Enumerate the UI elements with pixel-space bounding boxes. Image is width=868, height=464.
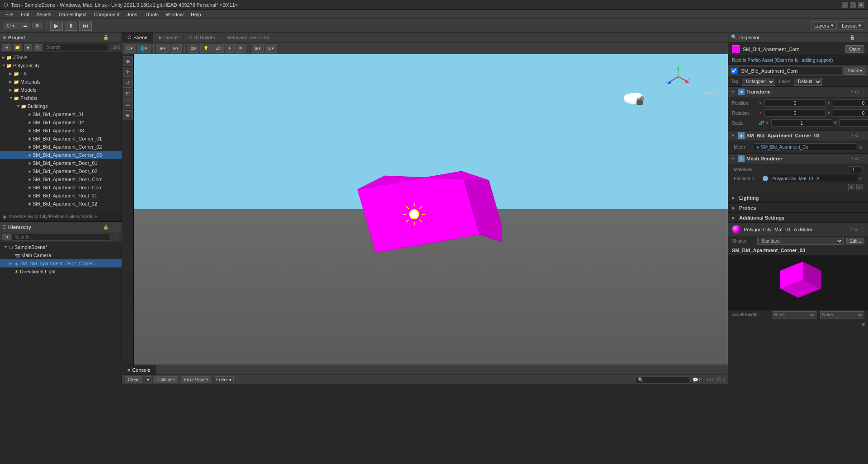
pos-y-input[interactable] xyxy=(833,99,868,107)
material-add-btn[interactable]: + xyxy=(848,184,854,190)
project-folder-btn[interactable]: 📁 xyxy=(13,44,22,51)
materials-count-input[interactable] xyxy=(849,166,863,173)
mesh-filter-help-btn[interactable]: ? xyxy=(850,133,853,138)
scene-audio-btn[interactable]: 🔊 xyxy=(212,44,224,53)
hier-item-samplescene[interactable]: ▼ ⬡ SampleScene* xyxy=(0,243,122,251)
project-favorite-btn[interactable]: ★ xyxy=(24,44,32,51)
close-button[interactable]: ✕ xyxy=(858,2,864,8)
tab-console[interactable]: ≡ Console xyxy=(122,365,156,375)
scene-pivot-btn[interactable]: ⊙▾ xyxy=(170,44,182,53)
scene-light-btn[interactable]: 💡 xyxy=(200,44,212,53)
tab-scene[interactable]: ⬡ Scene xyxy=(122,33,153,42)
mesh-renderer-more-btn[interactable]: ⋮ xyxy=(861,156,865,161)
maximize-button[interactable]: □ xyxy=(850,2,856,8)
transform-more-btn[interactable]: ⋮ xyxy=(861,89,865,94)
scene-hidden-btn[interactable]: 👁 xyxy=(236,44,246,53)
mesh-renderer-help-btn[interactable]: ? xyxy=(850,156,853,161)
tree-item-corner01[interactable]: ◈ SM_Bld_Apartment_Corner_01 xyxy=(0,135,122,143)
menu-file[interactable]: File xyxy=(2,10,17,19)
mat-settings-btn[interactable]: ⚙ xyxy=(854,227,858,232)
material-remove-btn[interactable]: − xyxy=(856,184,863,190)
toolbar-settings-btn[interactable]: ⚙ xyxy=(32,22,42,29)
tab-ui-builder[interactable]: □ UI Builder xyxy=(184,33,221,42)
static-dropdown-btn[interactable]: Static ▾ xyxy=(844,67,865,75)
project-lock-btn[interactable]: 🔒 xyxy=(102,34,110,40)
layer-select[interactable]: Default xyxy=(794,78,822,86)
hier-item-maincamera[interactable]: 📷 Main Camera xyxy=(0,251,122,259)
tree-item-buildings[interactable]: ▼ 📁 Buildings xyxy=(0,102,122,110)
tree-item-prefabs[interactable]: ▼ 📁 Prefabs xyxy=(0,94,122,102)
layout-dropdown[interactable]: Layout ▾ xyxy=(839,21,864,30)
inspector-more-btn[interactable]: ⋮ xyxy=(858,34,865,40)
mat-more-btn[interactable]: ⋮ xyxy=(860,227,864,232)
scene-fx-btn[interactable]: ✦ xyxy=(225,44,235,53)
inspector-lock-btn[interactable]: 🔒 xyxy=(848,34,856,40)
mesh-select-btn[interactable]: ⊙ xyxy=(859,145,863,150)
console-error-pause-btn[interactable]: Error Pause xyxy=(181,376,211,383)
shader-select[interactable]: Standard xyxy=(757,237,844,245)
project-add-btn[interactable]: +▾ xyxy=(2,44,11,51)
tag-select[interactable]: Untagged xyxy=(742,78,775,86)
scale-x-input[interactable] xyxy=(771,119,832,127)
step-button[interactable]: ⏭ xyxy=(79,21,92,31)
tree-item-doorcom2[interactable]: ◈ SM_Bld_Apartment_Door_Com xyxy=(0,183,122,192)
probes-collapsible[interactable]: ▶ Probes xyxy=(728,203,868,213)
tree-item-materials[interactable]: ▶ 📁 Materials xyxy=(0,78,122,86)
transform-header[interactable]: ▼ ⊕ Transform ? ⚙ ⋮ xyxy=(728,87,868,97)
mesh-filter-settings-btn[interactable]: ⚙ xyxy=(855,133,859,138)
console-clear-btn[interactable]: Clear xyxy=(125,376,142,383)
tree-item-apt01[interactable]: ◈ SM_Bld_Apartment_01 xyxy=(0,110,122,118)
scene-transform-btn[interactable]: ⊕▾ xyxy=(156,44,169,53)
scene-shading-btn[interactable]: ⬡▾ xyxy=(124,44,136,53)
play-button[interactable]: ▶ xyxy=(50,21,63,31)
tree-item-door01[interactable]: ◈ SM_Bld_Apartment_Door_01 xyxy=(0,159,122,167)
scene-viewport[interactable]: ◉ ✛ ↺ ⊡ ▭ ⊕ xyxy=(122,54,728,365)
hierarchy-more-btn[interactable]: ⋮ xyxy=(112,224,119,230)
ab-select-left[interactable]: None xyxy=(772,311,816,319)
tree-item-corner02[interactable]: ◈ SM_Bld_Apartment_Corner_02 xyxy=(0,143,122,151)
ab-select-right[interactable]: None xyxy=(820,311,865,319)
menu-jtools[interactable]: JTools xyxy=(141,10,162,19)
object-color-preview[interactable] xyxy=(732,45,740,53)
tree-item-roof01[interactable]: ◈ SM_Bld_Apartment_Roof_01 xyxy=(0,192,122,200)
scene-camera-widget[interactable] xyxy=(619,86,646,109)
scene-scale-tool[interactable]: ⊡ xyxy=(123,89,133,98)
object-open-btn[interactable]: Open xyxy=(845,45,864,53)
mesh-filter-header[interactable]: ▼ ◈ SM_Bld_Apartment_Corner_03 ? ⚙ ⋮ xyxy=(728,131,868,141)
project-refresh-btn[interactable]: ↻ xyxy=(34,44,42,51)
scale-y-input[interactable] xyxy=(840,119,868,127)
pause-button[interactable]: ⏸ xyxy=(65,21,77,31)
console-panel-more-btn[interactable]: ⋮ xyxy=(716,365,728,375)
tab-game[interactable]: ▶ Game xyxy=(153,33,184,42)
menu-window[interactable]: Window xyxy=(162,10,187,19)
scene-rect-tool[interactable]: ▭ xyxy=(123,99,133,109)
hierarchy-add-btn[interactable]: +▾ xyxy=(2,234,11,240)
hier-item-aptdoorcorner[interactable]: ▶ ◈ SM_Bld_Apartment_Door_Come › xyxy=(0,259,122,267)
console-collapse-btn[interactable]: Collapse xyxy=(154,376,178,383)
material-select-btn[interactable]: ⊙ xyxy=(859,176,863,181)
tree-item-models[interactable]: ▶ 📁 Models xyxy=(0,86,122,94)
toolbar-account-btn[interactable]: ⬡ ▾ xyxy=(4,22,18,29)
mat-help-btn[interactable]: ? xyxy=(849,227,852,232)
object-name-field[interactable] xyxy=(739,67,843,75)
minimize-button[interactable]: ─ xyxy=(842,2,848,8)
scene-panel-more-btn[interactable]: ⋮ xyxy=(716,33,728,42)
lighting-collapsible[interactable]: ▶ Lighting xyxy=(728,193,868,203)
hierarchy-lock-btn[interactable]: 🔒 xyxy=(102,224,110,230)
transform-help-btn[interactable]: ? xyxy=(850,89,853,94)
project-more-btn[interactable]: ⋮ xyxy=(112,34,119,40)
tree-item-fx[interactable]: ▶ 📁 FX xyxy=(0,70,122,78)
tree-item-apt02[interactable]: ◈ SM_Bld_Apartment_02 xyxy=(0,118,122,127)
tree-item-apt03[interactable]: ◈ SM_Bld_Apartment_03 xyxy=(0,127,122,135)
scene-gizmo-btn[interactable]: ⊡▾ xyxy=(265,44,277,53)
hier-item-dirlight[interactable]: ☀ Directional Light xyxy=(0,267,122,276)
menu-edit[interactable]: Edit xyxy=(17,10,33,19)
additional-settings-collapsible[interactable]: ▶ Additional Settings xyxy=(728,213,868,223)
tree-item-doorcom1[interactable]: ◈ SM_Bld_Apartment_Door_Com xyxy=(0,175,122,183)
tree-item-jtools[interactable]: ▶ 📁 JTools xyxy=(0,53,122,61)
rot-y-input[interactable] xyxy=(833,109,868,117)
scene-move-tool[interactable]: ✛ xyxy=(123,67,133,77)
mesh-renderer-header[interactable]: ▼ ⬡ Mesh Renderer ? ⚙ ⋮ xyxy=(728,154,868,164)
mesh-filter-more-btn[interactable]: ⋮ xyxy=(861,133,865,138)
pos-x-input[interactable] xyxy=(764,99,826,107)
